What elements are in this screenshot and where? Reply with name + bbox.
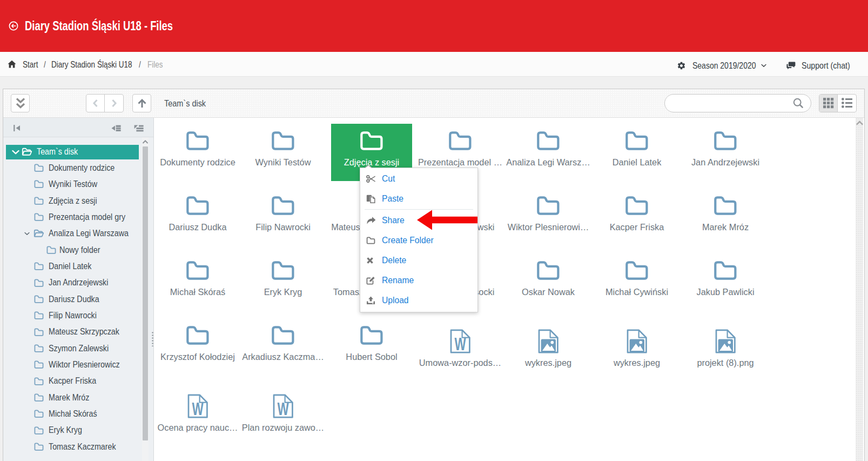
svg-text:W: W — [278, 398, 289, 418]
svg-text:W: W — [454, 333, 466, 353]
svg-text:W: W — [192, 398, 204, 418]
